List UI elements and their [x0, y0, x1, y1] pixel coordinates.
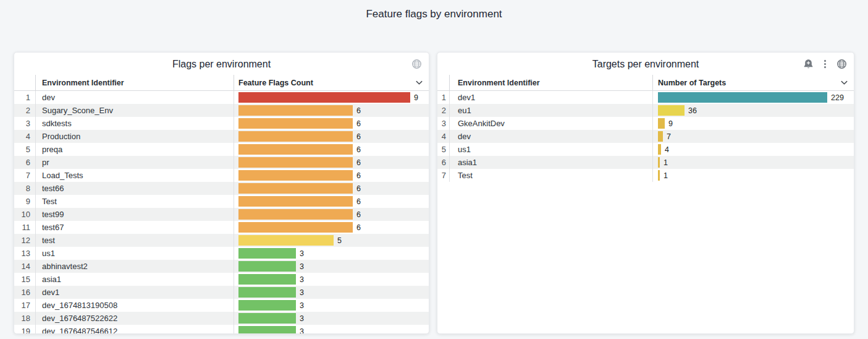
table-row: 8test666 — [14, 182, 429, 195]
globe-icon[interactable] — [411, 59, 422, 69]
value-bar — [238, 235, 334, 246]
column-header-number-of-targets[interactable]: Number of Targets — [652, 75, 854, 90]
value-bar — [238, 131, 353, 142]
dashboard-title: Feature flags by environment — [0, 0, 868, 20]
environment-name: dev1 — [449, 91, 652, 104]
bar-value-label: 3 — [300, 301, 304, 310]
row-number: 7 — [437, 169, 449, 182]
environment-name: dev_1676487522622 — [35, 312, 234, 325]
bar-cell: 7 — [652, 130, 854, 143]
bar-value-label: 9 — [414, 93, 418, 102]
row-number: 2 — [437, 104, 449, 117]
row-number: 3 — [14, 117, 35, 130]
row-number: 1 — [437, 91, 449, 104]
bar-value-label: 6 — [356, 184, 361, 193]
table-row: 4Production6 — [14, 130, 429, 143]
row-number: 2 — [14, 104, 35, 117]
table-row: 1dev1229 — [437, 91, 854, 104]
environment-name: GkeAnkitDev — [449, 117, 652, 130]
bar-cell: 3 — [234, 312, 429, 325]
row-number: 15 — [14, 273, 35, 286]
value-bar — [238, 274, 296, 285]
value-bar — [238, 92, 410, 103]
value-bar — [238, 183, 353, 194]
bar-cell: 3 — [234, 299, 429, 312]
environment-name: us1 — [35, 247, 234, 260]
environment-name: test66 — [35, 182, 234, 195]
column-header-feature-flags-count[interactable]: Feature Flags Count — [234, 75, 429, 90]
row-number: 9 — [14, 195, 35, 208]
row-number: 13 — [14, 247, 35, 260]
row-number: 7 — [14, 169, 35, 182]
bar-value-label: 6 — [356, 106, 361, 115]
bar-value-label: 3 — [300, 288, 304, 297]
value-bar — [658, 118, 665, 129]
chevron-down-icon[interactable] — [415, 78, 424, 87]
bar-cell: 6 — [234, 130, 429, 143]
bar-cell: 3 — [234, 273, 429, 286]
row-number: 14 — [14, 260, 35, 273]
column-header-environment-identifier[interactable]: Environment Identifier — [35, 75, 234, 90]
kebab-menu-icon[interactable] — [820, 59, 830, 69]
table-row: 3GkeAnkitDev9 — [437, 117, 854, 130]
bar-cell: 4 — [652, 143, 854, 156]
environment-name: dev_1676487546612 — [35, 325, 234, 334]
table-row: 7Load_Tests6 — [14, 169, 429, 182]
bar-cell: 1 — [652, 169, 854, 182]
panel-header-icons — [803, 59, 847, 69]
globe-icon[interactable] — [836, 59, 847, 69]
bar-cell: 1 — [652, 156, 854, 169]
value-bar — [658, 105, 685, 116]
table-body: 1dev92Sugary_Scone_Env63sdktests64Produc… — [14, 91, 429, 334]
row-number: 6 — [437, 156, 449, 169]
environment-name: Production — [35, 130, 234, 143]
table-row: 18dev_16764875226223 — [14, 312, 429, 325]
row-number: 5 — [437, 143, 449, 156]
value-bar — [238, 118, 353, 129]
bar-value-label: 7 — [667, 132, 671, 141]
bar-value-label: 6 — [356, 210, 361, 219]
table-row: 9Test6 — [14, 195, 429, 208]
row-number: 8 — [14, 182, 35, 195]
table-row: 3sdktests6 — [14, 117, 429, 130]
value-bar — [658, 157, 660, 168]
bar-cell: 3 — [234, 286, 429, 299]
value-bar — [238, 157, 353, 168]
bar-value-label: 6 — [356, 119, 361, 128]
bar-value-label: 1 — [664, 171, 668, 180]
bell-plus-icon[interactable] — [803, 59, 814, 69]
environment-name: Load_Tests — [35, 169, 234, 182]
bar-value-label: 6 — [356, 145, 361, 154]
panel-header-icons — [411, 59, 422, 69]
environment-name: test99 — [35, 208, 234, 221]
value-bar — [238, 170, 353, 181]
bar-value-label: 3 — [300, 262, 304, 271]
row-number: 11 — [14, 221, 35, 234]
table-row: 16dev13 — [14, 286, 429, 299]
environment-name: Test — [35, 195, 234, 208]
row-number: 12 — [14, 234, 35, 247]
environment-name: asia1 — [449, 156, 652, 169]
environment-name: dev — [35, 91, 234, 104]
bar-cell: 3 — [234, 247, 429, 260]
panel-title[interactable]: Flags per environment — [14, 53, 429, 75]
row-number: 6 — [14, 156, 35, 169]
chevron-down-icon[interactable] — [840, 78, 849, 87]
row-number: 4 — [437, 130, 449, 143]
panel-flags-per-environment: Flags per environment Environment Identi… — [14, 52, 429, 334]
row-number: 1 — [14, 91, 35, 104]
bar-cell: 6 — [234, 117, 429, 130]
environment-name: dev1 — [35, 286, 234, 299]
row-number: 4 — [14, 130, 35, 143]
panel-title[interactable]: Targets per environment — [437, 53, 854, 75]
table-row: 6asia11 — [437, 156, 854, 169]
value-bar — [238, 326, 296, 334]
bar-value-label: 3 — [300, 327, 304, 335]
bar-cell: 3 — [234, 260, 429, 273]
row-number: 16 — [14, 286, 35, 299]
value-bar — [238, 300, 296, 311]
bar-value-label: 229 — [831, 93, 844, 102]
bar-cell: 9 — [234, 91, 429, 104]
environment-name: sdktests — [35, 117, 234, 130]
column-header-environment-identifier[interactable]: Environment Identifier — [449, 75, 652, 90]
